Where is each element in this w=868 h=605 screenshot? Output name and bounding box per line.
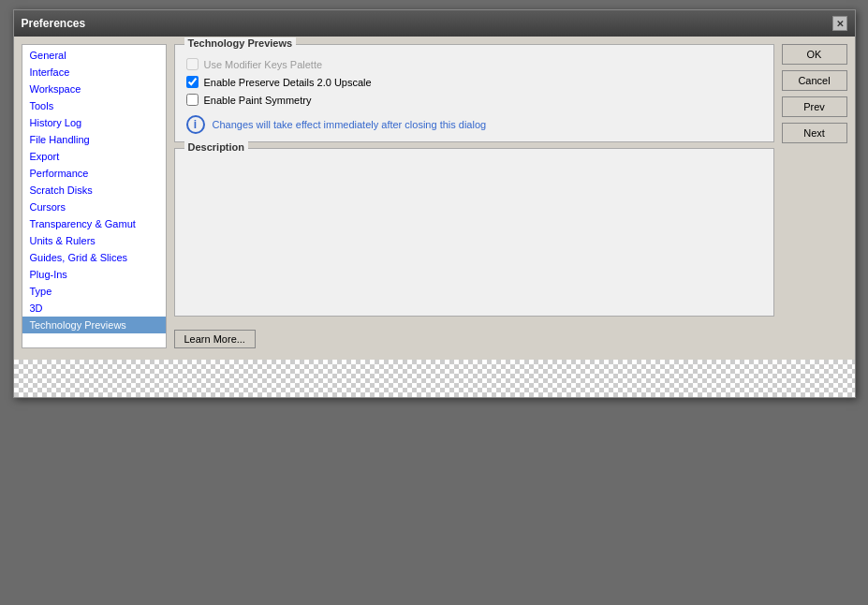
use-modifier-keys-row: Use Modifier Keys Palette: [186, 58, 762, 70]
sidebar-item-units-rulers[interactable]: Units & Rulers: [22, 232, 166, 249]
checkerboard-strip: [14, 360, 855, 397]
use-modifier-keys-checkbox[interactable]: [186, 58, 199, 70]
info-icon: i: [186, 115, 205, 134]
description-box: Description: [174, 148, 774, 317]
tech-previews-label: Technology Previews: [184, 37, 297, 49]
enable-preserve-details-label: Enable Preserve Details 2.0 Upscale: [204, 77, 372, 88]
sidebar-item-cursors[interactable]: Cursors: [22, 199, 166, 215]
enable-preserve-details-checkbox[interactable]: [186, 76, 199, 88]
enable-paint-symmetry-checkbox[interactable]: [186, 94, 199, 106]
section-content: Use Modifier Keys Palette Enable Preserv…: [186, 58, 762, 134]
close-button[interactable]: ✕: [832, 16, 847, 31]
description-label: Description: [184, 141, 249, 153]
sidebar-item-transparency-gamut[interactable]: Transparency & Gamut: [22, 215, 166, 232]
enable-paint-symmetry-row: Enable Paint Symmetry: [186, 94, 762, 106]
sidebar-item-tools[interactable]: Tools: [22, 97, 166, 114]
sidebar-item-history-log[interactable]: History Log: [22, 114, 166, 131]
sidebar-item-interface[interactable]: Interface: [22, 64, 166, 81]
use-modifier-keys-label: Use Modifier Keys Palette: [204, 59, 323, 70]
next-button[interactable]: Next: [782, 123, 847, 143]
cancel-button[interactable]: Cancel: [782, 70, 847, 91]
title-bar: Preferences ✕: [14, 10, 855, 37]
info-row: i Changes will take effect immediately a…: [186, 115, 762, 134]
sidebar-item-plug-ins[interactable]: Plug-Ins: [22, 266, 166, 283]
learn-more-container: Learn More...: [174, 322, 774, 348]
sidebar: General Interface Workspace Tools Histor…: [22, 44, 167, 348]
sidebar-item-guides-grid-slices[interactable]: Guides, Grid & Slices: [22, 249, 166, 266]
info-text: Changes will take effect immediately aft…: [213, 119, 487, 130]
sidebar-item-general[interactable]: General: [22, 47, 166, 64]
sidebar-item-scratch-disks[interactable]: Scratch Disks: [22, 182, 166, 199]
enable-preserve-details-row: Enable Preserve Details 2.0 Upscale: [186, 76, 762, 88]
learn-more-button[interactable]: Learn More...: [174, 330, 256, 348]
tech-previews-section: Technology Previews Use Modifier Keys Pa…: [174, 44, 774, 142]
sidebar-item-export[interactable]: Export: [22, 148, 166, 165]
ok-button[interactable]: OK: [782, 44, 847, 65]
enable-paint-symmetry-label: Enable Paint Symmetry: [204, 95, 312, 106]
sidebar-item-workspace[interactable]: Workspace: [22, 81, 166, 97]
title-bar-buttons: ✕: [832, 16, 847, 31]
main-content: Technology Previews Use Modifier Keys Pa…: [174, 44, 774, 348]
preferences-dialog: Preferences ✕ General Interface Workspac…: [13, 9, 856, 398]
dialog-body: General Interface Workspace Tools Histor…: [14, 37, 855, 356]
sidebar-item-performance[interactable]: Performance: [22, 165, 166, 182]
prev-button[interactable]: Prev: [782, 96, 847, 117]
sidebar-item-technology-previews[interactable]: Technology Previews: [22, 317, 166, 333]
dialog-title: Preferences: [22, 17, 86, 30]
sidebar-item-3d[interactable]: 3D: [22, 300, 166, 317]
right-buttons: OK Cancel Prev Next: [782, 44, 847, 348]
sidebar-item-file-handling[interactable]: File Handling: [22, 131, 166, 148]
sidebar-item-type[interactable]: Type: [22, 283, 166, 300]
